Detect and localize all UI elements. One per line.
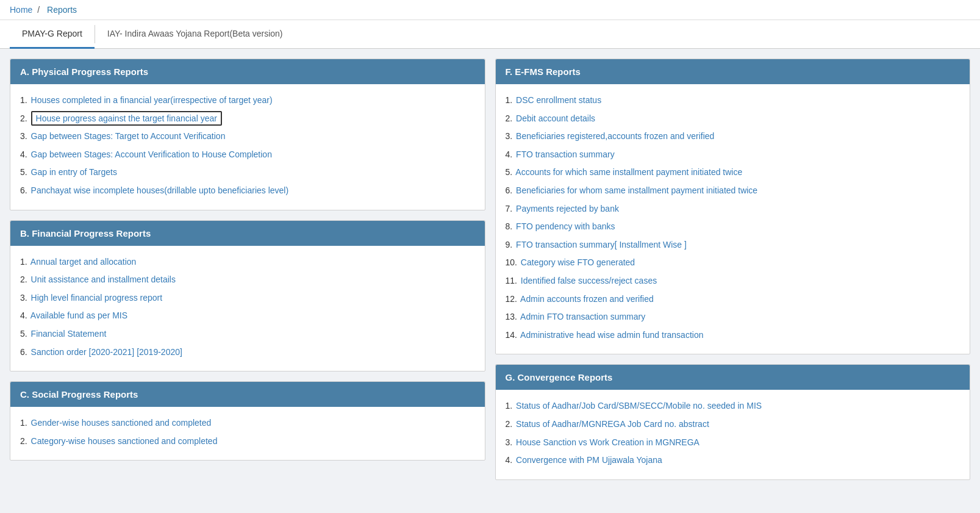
list-item[interactable]: 1. Status of Aadhar/Job Card/SBM/SECC/Mo… [506,397,960,415]
section-financial: B. Financial Progress Reports 1. Annual … [10,220,485,372]
list-item[interactable]: 9. FTO transaction summary[ Installment … [506,236,960,254]
left-column: A. Physical Progress Reports 1. Houses c… [10,59,485,480]
breadcrumb-separator: / [37,5,40,15]
list-item[interactable]: 3. Gap between Stages: Target to Account… [20,127,475,146]
list-item[interactable]: 1. DSC enrollment status [506,91,960,110]
breadcrumb: Home / Reports [0,0,980,20]
list-item[interactable]: 11. Identified false success/reject case… [506,272,960,290]
section-convergence: G. Convergence Reports 1. Status of Aadh… [495,364,971,479]
section-convergence-header: G. Convergence Reports [496,365,970,390]
list-item[interactable]: 5. Gap in entry of Targets [20,163,475,182]
tab-iay[interactable]: IAY- Indira Awaas Yojana Report(Beta ver… [95,20,295,49]
physical-list: 1. Houses completed in a financial year(… [20,91,475,200]
list-item[interactable]: 3. House Sanction vs Work Creation in MG… [506,434,960,452]
list-item[interactable]: 3. Beneficiaries registered,accounts fro… [506,127,960,146]
list-item[interactable]: 6. Sanction order [2020-2021] [2019-2020… [20,343,475,362]
social-list: 1. Gender-wise houses sanctioned and com… [20,414,475,450]
list-item[interactable]: 4. Available fund as per MIS [20,307,475,325]
list-item[interactable]: 3. High level financial progress report [20,289,475,307]
list-item[interactable]: 5. Financial Statement [20,325,475,343]
list-item[interactable]: 7. Payments rejected by bank [506,200,960,218]
list-item[interactable]: 2. House progress against the target fin… [20,110,475,128]
list-item[interactable]: 12. Admin accounts frozen and verified [506,290,960,309]
section-social-header: C. Social Progress Reports [10,382,485,407]
tabs-bar: PMAY-G Report IAY- Indira Awaas Yojana R… [0,20,980,49]
list-item[interactable]: 14. Administrative head wise admin fund … [506,326,960,345]
list-item[interactable]: 13. Admin FTO transaction summary [506,308,960,326]
efms-list: 1. DSC enrollment status 2. Debit accoun… [506,91,960,344]
list-item[interactable]: 5. Accounts for which same installment p… [506,163,960,182]
main-content: A. Physical Progress Reports 1. Houses c… [0,49,980,490]
section-efms: F. E-FMS Reports 1. DSC enrollment statu… [495,59,971,354]
list-item[interactable]: 1. Annual target and allocation [20,253,475,271]
breadcrumb-current: Reports [47,5,77,15]
list-item[interactable]: 6. Beneficiaries for whom same installme… [506,182,960,200]
list-item[interactable]: 4. Gap between Stages: Account Verificat… [20,146,475,164]
section-financial-header: B. Financial Progress Reports [10,221,485,246]
section-social-body: 1. Gender-wise houses sanctioned and com… [10,407,485,460]
list-item[interactable]: 4. FTO transaction summary [506,146,960,164]
list-item[interactable]: 2. Unit assistance and installment detai… [20,271,475,289]
list-item[interactable]: 1. Gender-wise houses sanctioned and com… [20,414,475,432]
list-item[interactable]: 4. Convergence with PM Ujjawala Yojana [506,451,960,470]
list-item[interactable]: 6. Panchayat wise incomplete houses(dril… [20,182,475,200]
list-item[interactable]: 2. Debit account details [506,110,960,128]
section-social: C. Social Progress Reports 1. Gender-wis… [10,381,485,461]
list-item[interactable]: 2. Category-wise houses sanctioned and c… [20,432,475,451]
tab-pmayg[interactable]: PMAY-G Report [10,20,95,49]
right-column: F. E-FMS Reports 1. DSC enrollment statu… [495,59,971,480]
section-efms-body: 1. DSC enrollment status 2. Debit accoun… [496,84,970,354]
list-item[interactable]: 1. Houses completed in a financial year(… [20,91,475,110]
section-efms-header: F. E-FMS Reports [496,59,970,84]
section-physical: A. Physical Progress Reports 1. Houses c… [10,59,485,210]
list-item[interactable]: 8. FTO pendency with banks [506,218,960,236]
financial-list: 1. Annual target and allocation 2. Unit … [20,253,475,362]
home-link[interactable]: Home [10,5,32,15]
section-physical-body: 1. Houses completed in a financial year(… [10,84,485,210]
list-item[interactable]: 2. Status of Aadhar/MGNREGA Job Card no.… [506,415,960,434]
section-convergence-body: 1. Status of Aadhar/Job Card/SBM/SECC/Mo… [496,390,970,479]
section-physical-header: A. Physical Progress Reports [10,59,485,84]
list-item[interactable]: 10. Category wise FTO generated [506,254,960,272]
section-financial-body: 1. Annual target and allocation 2. Unit … [10,246,485,371]
convergence-list: 1. Status of Aadhar/Job Card/SBM/SECC/Mo… [506,397,960,469]
